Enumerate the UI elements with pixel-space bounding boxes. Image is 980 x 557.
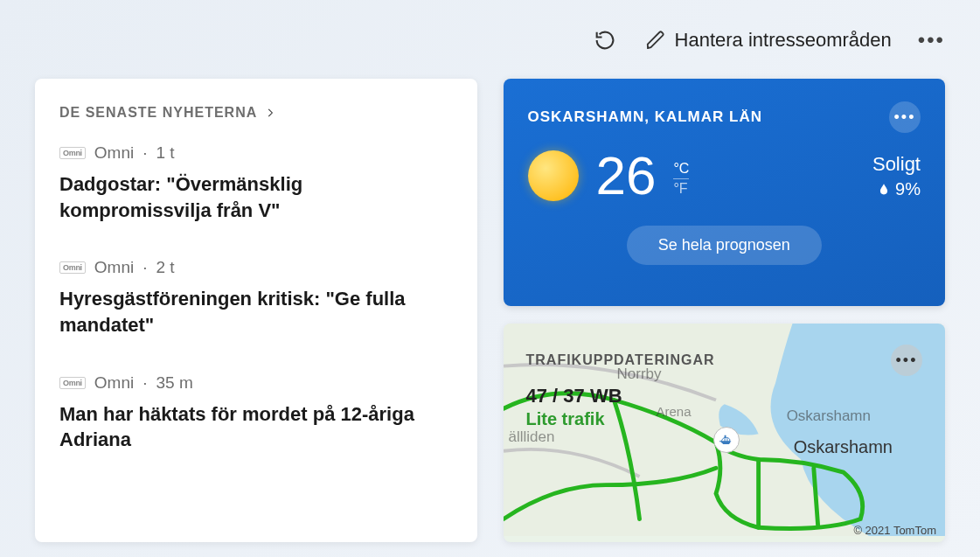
news-item: Omni Omni · 1 t Dadgostar: "Övermänsklig… bbox=[59, 143, 453, 223]
news-source: Omni bbox=[94, 258, 134, 277]
drop-icon bbox=[878, 182, 890, 196]
news-headline[interactable]: Man har häktats för mordet på 12-åriga A… bbox=[59, 401, 453, 453]
news-time: 1 t bbox=[156, 143, 175, 163]
unit-fahrenheit[interactable]: °F bbox=[673, 179, 689, 197]
sun-icon bbox=[528, 150, 579, 201]
traffic-route: 47 / 37 WB bbox=[526, 385, 923, 407]
news-time: 2 t bbox=[156, 258, 175, 277]
map-label-norrby: Norrby bbox=[617, 366, 662, 383]
news-card: DE SENASTE NYHETERNA Omni Omni · 1 t Dad… bbox=[35, 79, 477, 542]
news-item: Omni Omni · 35 m Man har häktats för mor… bbox=[59, 373, 453, 453]
manage-interests-link[interactable]: Hantera intresseområden bbox=[645, 29, 892, 52]
ferry-icon: ⛴ bbox=[713, 427, 740, 453]
news-section-header[interactable]: DE SENASTE NYHETERNA bbox=[59, 105, 453, 121]
refresh-button[interactable] bbox=[591, 26, 619, 54]
map-label-oskarshamn-water: Oskarshamn bbox=[787, 407, 871, 425]
source-logo-icon: Omni bbox=[59, 147, 86, 159]
news-time: 35 m bbox=[156, 373, 193, 393]
source-logo-icon: Omni bbox=[59, 377, 86, 389]
news-section-title: DE SENASTE NYHETERNA bbox=[59, 105, 257, 121]
map-label-arena: Arena bbox=[657, 404, 692, 419]
temperature-units: °C °F bbox=[673, 161, 689, 197]
pencil-icon bbox=[645, 30, 666, 51]
news-meta: Omni Omni · 2 t bbox=[59, 258, 453, 277]
map-label-oskarshamn: Oskarshamn bbox=[794, 437, 893, 457]
map-label-tallliden: ällliden bbox=[509, 428, 555, 446]
refresh-icon bbox=[593, 28, 617, 52]
manage-interests-label: Hantera intresseområden bbox=[675, 29, 892, 52]
news-item: Omni Omni · 2 t Hyresgästföreningen krit… bbox=[59, 258, 453, 338]
header-more-button[interactable]: ••• bbox=[918, 28, 945, 52]
news-source: Omni bbox=[94, 373, 134, 393]
news-headline[interactable]: Hyresgästföreningen kritisk: "Ge fulla m… bbox=[59, 286, 453, 338]
weather-more-button[interactable]: ••• bbox=[889, 101, 921, 133]
news-source: Omni bbox=[94, 143, 134, 163]
traffic-more-button[interactable]: ••• bbox=[891, 345, 922, 376]
map-attribution: © 2021 TomTom bbox=[853, 524, 936, 537]
header-toolbar: Hantera intresseområden ••• bbox=[591, 26, 945, 54]
content-grid: DE SENASTE NYHETERNA Omni Omni · 1 t Dad… bbox=[35, 79, 945, 542]
traffic-card[interactable]: TRAFIKUPPDATERINGAR ••• 47 / 37 WB Lite … bbox=[504, 324, 946, 542]
news-meta: Omni Omni · 35 m bbox=[59, 373, 453, 393]
precip-value: 9% bbox=[895, 179, 921, 199]
weather-condition: Soligt bbox=[872, 153, 921, 176]
source-logo-icon: Omni bbox=[59, 261, 86, 274]
weather-temperature: 26 bbox=[596, 149, 657, 203]
news-headline[interactable]: Dadgostar: "Övermänsklig kompromissvilja… bbox=[59, 171, 453, 223]
news-meta: Omni Omni · 1 t bbox=[59, 143, 453, 163]
see-forecast-button[interactable]: Se hela prognosen bbox=[627, 226, 822, 265]
weather-card: OSKARSHAMN, KALMAR LÄN ••• 26 °C °F Soli… bbox=[504, 79, 946, 306]
chevron-right-icon bbox=[264, 107, 276, 119]
weather-location: OSKARSHAMN, KALMAR LÄN bbox=[528, 108, 762, 126]
weather-precipitation: 9% bbox=[872, 179, 921, 199]
unit-celsius[interactable]: °C bbox=[673, 161, 689, 179]
